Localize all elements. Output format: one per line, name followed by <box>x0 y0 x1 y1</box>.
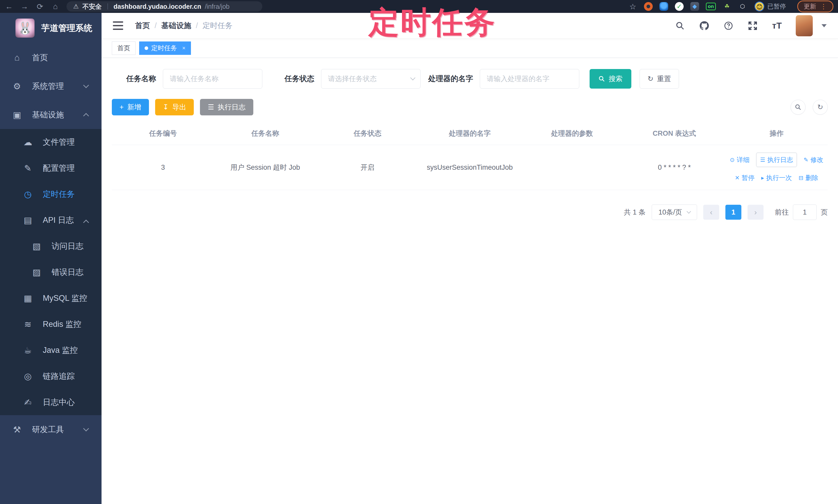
extension-grid-icon[interactable]: ◆ <box>690 2 699 11</box>
address-bar[interactable]: ⚠ 不安全 dashboard.yudao.iocoder.cn /infra/… <box>67 1 262 12</box>
page-size-select[interactable]: 10条/页 <box>652 204 697 220</box>
security-label: 不安全 <box>83 2 102 11</box>
job-name-input[interactable] <box>163 69 262 89</box>
database-icon: ▦ <box>23 293 33 303</box>
job-name-label: 任务名称 <box>126 74 156 84</box>
home-icon[interactable]: ⌂ <box>51 2 60 11</box>
sidebar-item-file-manage[interactable]: ☁ 文件管理 <box>0 129 102 155</box>
handler-name-input[interactable] <box>480 69 579 89</box>
sidebar-item-label: 定时任务 <box>43 189 75 200</box>
cell-job-name: 用户 Session 超时 Job <box>214 155 316 180</box>
row-job-log-label: 执行日志 <box>767 156 793 164</box>
extension-blue-icon[interactable] <box>659 2 668 11</box>
detail-link[interactable]: ⊙详细 <box>730 156 749 164</box>
sidebar-item-mysql-monitor[interactable]: ▦ MySQL 监控 <box>0 285 102 311</box>
edit-link[interactable]: ✎修改 <box>803 156 823 164</box>
error-log-icon: ▨ <box>32 267 42 277</box>
handler-name-label: 处理器的名字 <box>428 74 473 84</box>
update-button[interactable]: 更新 ⋮ <box>797 1 833 12</box>
sidebar-item-infra[interactable]: ▣ 基础设施 <box>0 101 102 129</box>
caret-down-icon[interactable] <box>821 24 827 27</box>
search-icon[interactable] <box>675 20 685 31</box>
access-log-icon: ▧ <box>32 241 42 251</box>
pause-link[interactable]: ✕暂停 <box>735 174 754 182</box>
github-icon[interactable] <box>699 20 710 31</box>
row-job-log-link[interactable]: ☰执行日志 <box>756 153 797 167</box>
monitor-icon: ▣ <box>12 110 22 120</box>
fullscreen-icon[interactable] <box>747 20 758 31</box>
add-button[interactable]: + 新增 <box>112 99 149 115</box>
cell-job-id: 3 <box>112 156 214 179</box>
job-status-select[interactable]: 请选择任务状态 <box>321 69 421 89</box>
navbar-actions: ᴛT <box>675 15 827 36</box>
sidebar-item-access-log[interactable]: ▧ 访问日志 <box>0 233 102 259</box>
extension-green-icon[interactable]: ✓ <box>675 2 684 11</box>
cell-actions: ⊙详细 ☰执行日志 ✎修改 ✕暂停 ▸执行一次 ⊟删除 <box>726 145 828 190</box>
api-log-icon: ▤ <box>23 215 33 226</box>
chevron-down-icon <box>83 426 89 432</box>
total-count: 共 1 条 <box>624 208 646 217</box>
delete-link[interactable]: ⊟删除 <box>799 174 818 182</box>
sidebar-item-label: API 日志 <box>43 215 74 226</box>
sidebar-submenu-infra: ☁ 文件管理 ✎ 配置管理 ◷ 定时任务 ▤ API 日志 <box>0 129 102 415</box>
profile-paused-badge[interactable]: 已暂停 <box>753 1 790 12</box>
sidebar-item-config-manage[interactable]: ✎ 配置管理 <box>0 155 102 181</box>
app-logo[interactable]: 芋道管理系统 <box>0 13 102 43</box>
back-icon[interactable]: ← <box>5 2 13 11</box>
search-button[interactable]: 搜索 <box>590 69 631 89</box>
reload-icon[interactable]: ⟳ <box>36 2 44 11</box>
sidebar-item-label: 首页 <box>32 52 48 63</box>
font-size-icon[interactable]: ᴛT <box>771 20 782 31</box>
url-host: dashboard.yudao.iocoder.cn <box>114 3 201 10</box>
reset-button[interactable]: ↻ 重置 <box>640 69 679 89</box>
current-page-button[interactable]: 1 <box>726 205 741 220</box>
sidebar-item-home[interactable]: ⌂ 首页 <box>0 43 102 72</box>
extension-orange-icon[interactable] <box>644 2 653 11</box>
tab-close-icon[interactable]: × <box>182 45 186 52</box>
prev-page-button[interactable]: ‹ <box>703 205 719 220</box>
menu-dots-icon[interactable]: ⋮ <box>820 3 827 11</box>
tab-home[interactable]: 首页 <box>112 41 136 55</box>
sidebar-item-scheduled-jobs[interactable]: ◷ 定时任务 <box>0 181 102 207</box>
java-monitor-icon: ☕ <box>23 345 33 355</box>
sidebar-item-error-log[interactable]: ▨ 错误日志 <box>0 259 102 285</box>
forward-icon[interactable]: → <box>20 2 29 11</box>
sidebar-item-trace[interactable]: ◎ 链路追踪 <box>0 363 102 389</box>
delete-label: 删除 <box>805 174 818 182</box>
sidebar-item-label: Java 监控 <box>43 345 78 356</box>
export-button[interactable]: ↧ 导出 <box>155 99 194 115</box>
sidebar-item-label: 链路追踪 <box>43 371 75 382</box>
next-page-button[interactable]: › <box>748 205 764 220</box>
sidebar-collapse-icon[interactable] <box>113 21 123 30</box>
run-once-link[interactable]: ▸执行一次 <box>761 174 792 182</box>
main-panel: 首页 / 基础设施 / 定时任务 <box>102 13 838 504</box>
goto-page-input[interactable] <box>793 204 817 220</box>
help-icon[interactable] <box>723 20 734 31</box>
tab-scheduled-jobs[interactable]: 定时任务 × <box>139 41 191 55</box>
tags-view-bar: 首页 定时任务 × <box>102 39 838 58</box>
on-badge[interactable]: on <box>706 3 716 10</box>
sidebar-item-log-center[interactable]: ✍ 日志中心 <box>0 389 102 415</box>
close-icon: ✕ <box>735 175 739 181</box>
active-tab-dot <box>144 46 148 50</box>
sidebar-item-label: Redis 监控 <box>43 319 82 330</box>
job-log-button[interactable]: ☰ 执行日志 <box>200 99 253 115</box>
extensions-puzzle-icon[interactable]: ⬡ <box>738 2 747 11</box>
breadcrumb: 首页 / 基础设施 / 定时任务 <box>135 21 232 31</box>
table-toolbar: + 新增 ↧ 导出 ☰ 执行日志 ↻ <box>112 99 828 115</box>
leaf-extension-icon[interactable]: ☘ <box>722 2 731 11</box>
bookmark-star-icon[interactable]: ☆ <box>629 2 637 11</box>
search-toggle-button[interactable] <box>790 100 805 114</box>
breadcrumb-home[interactable]: 首页 <box>135 21 150 31</box>
profile-emoji-avatar <box>754 2 764 11</box>
sidebar-item-api-log[interactable]: ▤ API 日志 <box>0 207 102 233</box>
refresh-button[interactable]: ↻ <box>813 100 828 114</box>
avatar[interactable] <box>796 15 813 36</box>
sidebar-item-dev-tools[interactable]: ⚒ 研发工具 <box>0 415 102 444</box>
sidebar-item-system[interactable]: ⚙ 系统管理 <box>0 72 102 101</box>
sidebar-item-redis-monitor[interactable]: ≋ Redis 监控 <box>0 311 102 337</box>
screen: ← → ⟳ ⌂ ⚠ 不安全 dashboard.yudao.iocoder.cn… <box>0 0 838 504</box>
breadcrumb-infra[interactable]: 基础设施 <box>161 21 191 31</box>
table-settings: ↻ <box>790 100 828 114</box>
sidebar-item-java-monitor[interactable]: ☕ Java 监控 <box>0 337 102 363</box>
